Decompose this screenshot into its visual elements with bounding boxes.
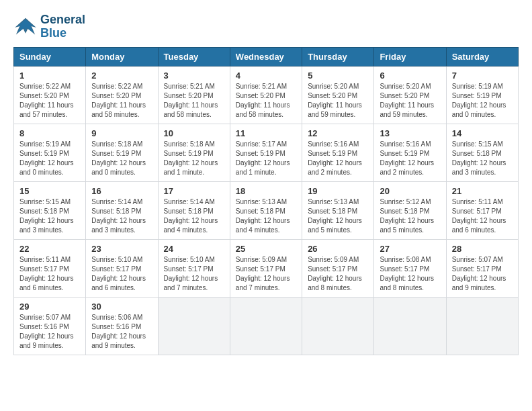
calendar-day-19: 19Sunrise: 5:13 AMSunset: 5:18 PMDayligh…: [302, 181, 374, 239]
header-wednesday: Wednesday: [230, 47, 302, 66]
calendar-day-20: 20Sunrise: 5:12 AMSunset: 5:18 PMDayligh…: [374, 181, 446, 239]
calendar-day-empty: [158, 297, 230, 355]
calendar-day-empty: [302, 297, 374, 355]
calendar-week-4: 22Sunrise: 5:11 AMSunset: 5:17 PMDayligh…: [14, 239, 519, 297]
calendar-day-empty: [374, 297, 446, 355]
calendar-day-6: 6Sunrise: 5:20 AMSunset: 5:20 PMDaylight…: [374, 66, 446, 124]
calendar-day-17: 17Sunrise: 5:14 AMSunset: 5:18 PMDayligh…: [158, 181, 230, 239]
calendar-week-5: 29Sunrise: 5:07 AMSunset: 5:16 PMDayligh…: [14, 297, 519, 355]
calendar-day-26: 26Sunrise: 5:09 AMSunset: 5:17 PMDayligh…: [302, 239, 374, 297]
calendar-day-4: 4Sunrise: 5:21 AMSunset: 5:20 PMDaylight…: [230, 66, 302, 124]
calendar-day-3: 3Sunrise: 5:21 AMSunset: 5:20 PMDaylight…: [158, 66, 230, 124]
calendar-table: SundayMondayTuesdayWednesdayThursdayFrid…: [13, 47, 519, 355]
calendar-day-15: 15Sunrise: 5:15 AMSunset: 5:18 PMDayligh…: [14, 181, 86, 239]
logo: General Blue: [13, 13, 85, 40]
calendar-day-13: 13Sunrise: 5:16 AMSunset: 5:19 PMDayligh…: [374, 124, 446, 181]
logo-text: General Blue: [40, 13, 85, 40]
calendar-day-2: 2Sunrise: 5:22 AMSunset: 5:20 PMDaylight…: [86, 66, 158, 124]
calendar-day-16: 16Sunrise: 5:14 AMSunset: 5:18 PMDayligh…: [86, 181, 158, 239]
calendar-week-2: 8Sunrise: 5:19 AMSunset: 5:19 PMDaylight…: [14, 124, 519, 181]
calendar-day-empty: [446, 297, 518, 355]
header-tuesday: Tuesday: [158, 47, 230, 66]
calendar-week-1: 1Sunrise: 5:22 AMSunset: 5:20 PMDaylight…: [14, 66, 519, 124]
header-sunday: Sunday: [14, 47, 86, 66]
calendar-day-30: 30Sunrise: 5:06 AMSunset: 5:16 PMDayligh…: [86, 297, 158, 355]
calendar-day-25: 25Sunrise: 5:09 AMSunset: 5:17 PMDayligh…: [230, 239, 302, 297]
header-friday: Friday: [374, 47, 446, 66]
calendar-day-7: 7Sunrise: 5:19 AMSunset: 5:19 PMDaylight…: [446, 66, 518, 124]
calendar-day-18: 18Sunrise: 5:13 AMSunset: 5:18 PMDayligh…: [230, 181, 302, 239]
calendar-day-10: 10Sunrise: 5:18 AMSunset: 5:19 PMDayligh…: [158, 124, 230, 181]
calendar-day-11: 11Sunrise: 5:17 AMSunset: 5:19 PMDayligh…: [230, 124, 302, 181]
calendar-day-22: 22Sunrise: 5:11 AMSunset: 5:17 PMDayligh…: [14, 239, 86, 297]
calendar-week-3: 15Sunrise: 5:15 AMSunset: 5:18 PMDayligh…: [14, 181, 519, 239]
calendar-header-row: SundayMondayTuesdayWednesdayThursdayFrid…: [14, 47, 519, 66]
calendar-day-empty: [230, 297, 302, 355]
calendar-day-28: 28Sunrise: 5:07 AMSunset: 5:17 PMDayligh…: [446, 239, 518, 297]
svg-marker-1: [17, 19, 34, 32]
calendar-day-12: 12Sunrise: 5:16 AMSunset: 5:19 PMDayligh…: [302, 124, 374, 181]
calendar-day-8: 8Sunrise: 5:19 AMSunset: 5:19 PMDaylight…: [14, 124, 86, 181]
calendar-day-14: 14Sunrise: 5:15 AMSunset: 5:18 PMDayligh…: [446, 124, 518, 181]
calendar-day-24: 24Sunrise: 5:10 AMSunset: 5:17 PMDayligh…: [158, 239, 230, 297]
calendar-day-27: 27Sunrise: 5:08 AMSunset: 5:17 PMDayligh…: [374, 239, 446, 297]
calendar-day-9: 9Sunrise: 5:18 AMSunset: 5:19 PMDaylight…: [86, 124, 158, 181]
calendar-day-21: 21Sunrise: 5:11 AMSunset: 5:17 PMDayligh…: [446, 181, 518, 239]
calendar-day-23: 23Sunrise: 5:10 AMSunset: 5:17 PMDayligh…: [86, 239, 158, 297]
calendar-day-1: 1Sunrise: 5:22 AMSunset: 5:20 PMDaylight…: [14, 66, 86, 124]
calendar-day-29: 29Sunrise: 5:07 AMSunset: 5:16 PMDayligh…: [14, 297, 86, 355]
header-thursday: Thursday: [302, 47, 374, 66]
header-saturday: Saturday: [446, 47, 518, 66]
header-monday: Monday: [86, 47, 158, 66]
logo-icon: [13, 17, 38, 37]
calendar-day-5: 5Sunrise: 5:20 AMSunset: 5:20 PMDaylight…: [302, 66, 374, 124]
header: General Blue: [13, 13, 519, 40]
